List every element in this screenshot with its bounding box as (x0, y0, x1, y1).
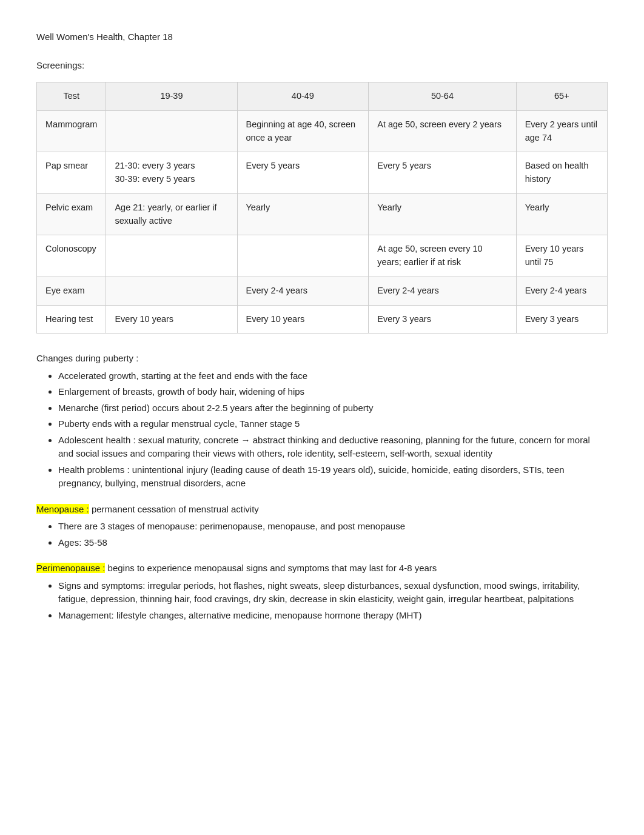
perimenopause-definition-line: Perimenopause : begins to experience men… (36, 562, 608, 575)
table-cell-col65plus: Every 3 years (516, 305, 607, 334)
table-cell-test: Mammogram (37, 110, 106, 152)
list-item: Ages: 35-58 (58, 536, 608, 550)
table-cell-col4049: Every 5 years (237, 152, 369, 194)
col-header-4049: 40-49 (237, 82, 369, 111)
table-cell-col1939 (106, 235, 237, 277)
list-item: Puberty ends with a regular menstrual cy… (58, 417, 608, 431)
table-row: Pelvic examAge 21: yearly, or earlier if… (37, 193, 608, 235)
table-cell-col5064: Every 3 years (369, 305, 516, 334)
puberty-heading: Changes during puberty : (36, 352, 608, 366)
col-header-5064: 50-64 (369, 82, 516, 111)
perimenopause-section: Perimenopause : begins to experience men… (36, 562, 608, 575)
list-item: Menarche (first period) occurs about 2-2… (58, 401, 608, 415)
table-cell-col5064: Every 5 years (369, 152, 516, 194)
perimenopause-definition: begins to experience menopausal signs an… (105, 563, 437, 573)
table-cell-col65plus: Every 2 years until age 74 (516, 110, 607, 152)
table-cell-test: Pelvic exam (37, 193, 106, 235)
screenings-label: Screenings: (36, 59, 608, 73)
table-cell-test: Colonoscopy (37, 235, 106, 277)
table-cell-col5064: Yearly (369, 193, 516, 235)
table-cell-col5064: At age 50, screen every 2 years (369, 110, 516, 152)
table-cell-col4049: Beginning at age 40, screen once a year (237, 110, 369, 152)
menopause-definition: permanent cessation of menstrual activit… (89, 504, 259, 514)
table-cell-test: Hearing test (37, 305, 106, 334)
table-cell-col65plus: Yearly (516, 193, 607, 235)
table-cell-col4049: Yearly (237, 193, 369, 235)
table-cell-col65plus: Every 10 years until 75 (516, 235, 607, 277)
page-title: Well Women's Health, Chapter 18 (36, 30, 608, 44)
table-cell-col1939 (106, 110, 237, 152)
table-cell-col65plus: Every 2-4 years (516, 277, 607, 305)
table-cell-test: Pap smear (37, 152, 106, 194)
table-row: Eye examEvery 2-4 yearsEvery 2-4 yearsEv… (37, 277, 608, 305)
table-cell-col1939: Every 10 years (106, 305, 237, 334)
table-row: Hearing testEvery 10 yearsEvery 10 years… (37, 305, 608, 334)
list-item: Signs and symptoms: irregular periods, h… (58, 579, 608, 606)
menopause-label: Menopause : (36, 504, 89, 514)
list-item: Management: lifestyle changes, alternati… (58, 609, 608, 623)
screenings-table: Test 19-39 40-49 50-64 65+ MammogramBegi… (36, 82, 608, 334)
table-cell-col4049: Every 10 years (237, 305, 369, 334)
menopause-list: There are 3 stages of menopause: perimen… (36, 520, 608, 549)
table-row: Pap smear21-30: every 3 years 30-39: eve… (37, 152, 608, 194)
col-header-1939: 19-39 (106, 82, 237, 111)
list-item: Enlargement of breasts, growth of body h… (58, 385, 608, 399)
table-cell-col1939: Age 21: yearly, or earlier if sexually a… (106, 193, 237, 235)
table-cell-col5064: Every 2-4 years (369, 277, 516, 305)
table-cell-test: Eye exam (37, 277, 106, 305)
table-cell-col1939: 21-30: every 3 years 30-39: every 5 year… (106, 152, 237, 194)
table-cell-col4049: Every 2-4 years (237, 277, 369, 305)
menopause-section: Menopause : permanent cessation of menst… (36, 503, 608, 517)
list-item: Accelerated growth, starting at the feet… (58, 369, 608, 383)
col-header-test: Test (37, 82, 106, 111)
table-cell-col5064: At age 50, screen every 10 years; earlie… (369, 235, 516, 277)
table-row: ColonoscopyAt age 50, screen every 10 ye… (37, 235, 608, 277)
perimenopause-label: Perimenopause : (36, 563, 105, 573)
table-cell-col4049 (237, 235, 369, 277)
list-item: Health problems : unintentional injury (… (58, 463, 608, 491)
perimenopause-list: Signs and symptoms: irregular periods, h… (36, 579, 608, 623)
table-cell-col65plus: Based on health history (516, 152, 607, 194)
table-cell-col1939 (106, 277, 237, 305)
list-item: Adolescent health : sexual maturity, con… (58, 434, 608, 461)
menopause-definition-line: Menopause : permanent cessation of menst… (36, 503, 608, 517)
puberty-list: Accelerated growth, starting at the feet… (36, 369, 608, 491)
list-item: There are 3 stages of menopause: perimen… (58, 520, 608, 534)
table-row: MammogramBeginning at age 40, screen onc… (37, 110, 608, 152)
col-header-65plus: 65+ (516, 82, 607, 111)
